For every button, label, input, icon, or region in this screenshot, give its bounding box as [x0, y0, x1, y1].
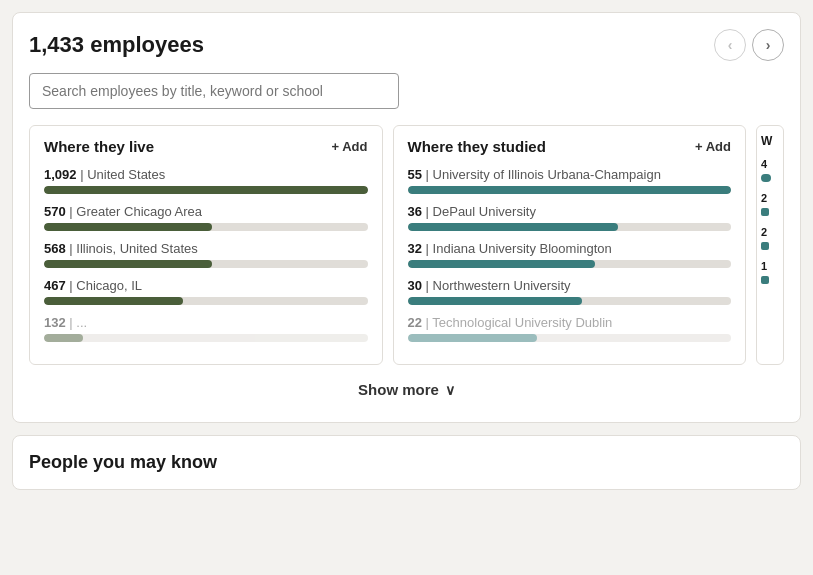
partial-bar-1 — [761, 174, 771, 182]
live-column: Where they live + Add 1,092 | United Sta… — [29, 125, 383, 365]
live-name-5: ... — [76, 315, 87, 330]
live-bar-fill-3 — [44, 260, 212, 268]
chevron-down-icon: ∨ — [445, 382, 455, 398]
live-bar-bg-4 — [44, 297, 368, 305]
chevron-right-icon: › — [766, 37, 771, 53]
show-more-button[interactable]: Show more ∨ — [358, 381, 455, 398]
employees-card: 1,433 employees ‹ › Where they live + Ad… — [12, 12, 801, 423]
live-count-1: 1,092 — [44, 167, 77, 182]
partial-column: W 4 2 2 1 — [756, 125, 784, 365]
studied-bar-fill-5 — [408, 334, 537, 342]
studied-add-button[interactable]: + Add — [695, 139, 731, 154]
live-name-3: Illinois, United States — [76, 241, 197, 256]
live-count-3: 568 — [44, 241, 66, 256]
studied-bar-bg-5 — [408, 334, 732, 342]
studied-item-5: 22 | Technological University Dublin — [408, 315, 732, 342]
show-more-label: Show more — [358, 381, 439, 398]
studied-name-1: University of Illinois Urbana-Champaign — [433, 167, 661, 182]
studied-count-3: 32 — [408, 241, 422, 256]
live-bar-fill-1 — [44, 186, 368, 194]
nav-next-button[interactable]: › — [752, 29, 784, 61]
studied-bar-fill-4 — [408, 297, 583, 305]
studied-bar-bg-1 — [408, 186, 732, 194]
chevron-left-icon: ‹ — [728, 37, 733, 53]
partial-bar-4 — [761, 276, 769, 284]
studied-item-3: 32 | Indiana University Bloomington — [408, 241, 732, 268]
header-row: 1,433 employees ‹ › — [29, 29, 784, 61]
live-item-5: 132 | ... — [44, 315, 368, 342]
live-count-2: 570 — [44, 204, 66, 219]
partial-col-header: W — [761, 134, 779, 148]
partial-item-3: 2 — [761, 226, 779, 250]
live-bar-bg-3 — [44, 260, 368, 268]
live-bar-bg-5 — [44, 334, 368, 342]
live-name-2: Greater Chicago Area — [76, 204, 202, 219]
live-column-title: Where they live — [44, 138, 154, 155]
studied-bar-bg-4 — [408, 297, 732, 305]
nav-prev-button[interactable]: ‹ — [714, 29, 746, 61]
studied-bar-fill-2 — [408, 223, 618, 231]
live-add-button[interactable]: + Add — [332, 139, 368, 154]
studied-count-5: 22 — [408, 315, 422, 330]
partial-item-1: 4 — [761, 158, 779, 182]
people-title: People you may know — [29, 452, 217, 472]
studied-bar-bg-3 — [408, 260, 732, 268]
studied-name-2: DePaul University — [433, 204, 536, 219]
live-bar-fill-2 — [44, 223, 212, 231]
employees-title: 1,433 employees — [29, 32, 204, 58]
live-name-1: United States — [87, 167, 165, 182]
live-bar-fill-4 — [44, 297, 183, 305]
studied-count-1: 55 — [408, 167, 422, 182]
people-card: People you may know — [12, 435, 801, 490]
studied-item-4: 30 | Northwestern University — [408, 278, 732, 305]
live-count-4: 467 — [44, 278, 66, 293]
studied-name-5: Technological University Dublin — [432, 315, 612, 330]
columns-wrapper: Where they live + Add 1,092 | United Sta… — [29, 125, 784, 365]
live-item-2: 570 | Greater Chicago Area — [44, 204, 368, 231]
partial-bar-3 — [761, 242, 769, 250]
live-item-4: 467 | Chicago, IL — [44, 278, 368, 305]
show-more-row: Show more ∨ — [29, 365, 784, 406]
studied-item-2: 36 | DePaul University — [408, 204, 732, 231]
live-column-header: Where they live + Add — [44, 138, 368, 155]
studied-column-title: Where they studied — [408, 138, 546, 155]
studied-name-3: Indiana University Bloomington — [433, 241, 612, 256]
live-bar-bg-1 — [44, 186, 368, 194]
search-input[interactable] — [29, 73, 399, 109]
studied-name-4: Northwestern University — [433, 278, 571, 293]
nav-buttons: ‹ › — [714, 29, 784, 61]
studied-bar-bg-2 — [408, 223, 732, 231]
live-item-3: 568 | Illinois, United States — [44, 241, 368, 268]
live-bar-bg-2 — [44, 223, 368, 231]
live-count-5: 132 — [44, 315, 66, 330]
studied-count-4: 30 — [408, 278, 422, 293]
studied-item-1: 55 | University of Illinois Urbana-Champ… — [408, 167, 732, 194]
live-bar-fill-5 — [44, 334, 83, 342]
studied-column-header: Where they studied + Add — [408, 138, 732, 155]
studied-count-2: 36 — [408, 204, 422, 219]
partial-item-2: 2 — [761, 192, 779, 216]
live-name-4: Chicago, IL — [76, 278, 142, 293]
studied-bar-fill-1 — [408, 186, 732, 194]
partial-bar-2 — [761, 208, 769, 216]
studied-bar-fill-3 — [408, 260, 596, 268]
live-item-1: 1,092 | United States — [44, 167, 368, 194]
partial-item-4: 1 — [761, 260, 779, 284]
studied-column: Where they studied + Add 55 | University… — [393, 125, 747, 365]
